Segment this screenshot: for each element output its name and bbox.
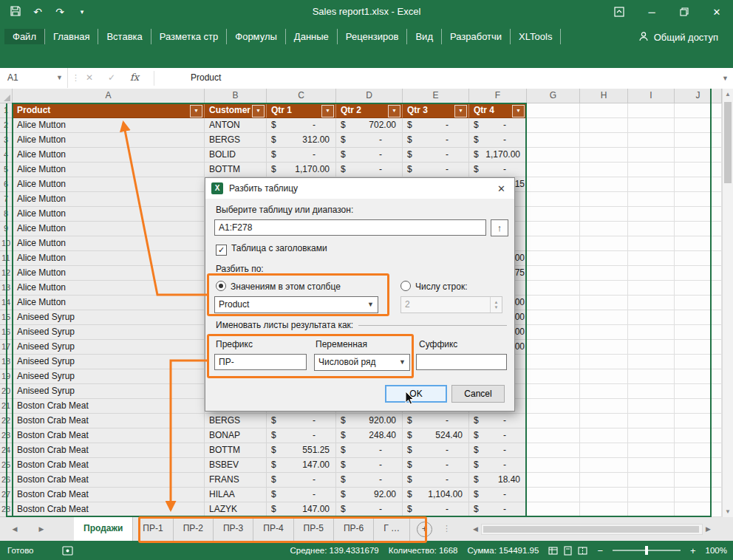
qtr-cell[interactable]: $- [469,443,527,458]
confirm-entry-icon[interactable]: ✓ [108,72,115,83]
empty-cell[interactable] [675,118,722,133]
empty-cell[interactable] [580,103,628,118]
empty-cell[interactable] [675,310,722,325]
qtr-cell[interactable]: $- [469,458,527,473]
qtr-cell[interactable]: $- [267,473,336,488]
empty-cell[interactable] [527,473,580,488]
empty-cell[interactable] [527,355,580,369]
product-cell[interactable]: Alice Mutton [13,236,205,251]
ribbon-tab-10[interactable]: XLTools [511,29,561,44]
table-header-cell[interactable]: Qtr 2▼ [336,103,403,118]
empty-cell[interactable] [675,296,722,310]
ribbon-tab-8[interactable]: Вид [407,29,442,44]
qtr-cell[interactable]: $- [469,414,527,428]
qtr-cell[interactable]: $- [267,118,336,133]
empty-cell[interactable] [675,207,722,222]
spinner-arrows-icon[interactable]: ▲▼ [490,297,502,313]
headers-checkbox-row[interactable]: ✓Таблица с заголовками [216,243,327,256]
sheet-tab-3[interactable]: ПР-2 [174,517,214,541]
empty-cell[interactable] [527,414,580,428]
column-header-C[interactable]: C [267,89,336,103]
qtr-cell[interactable]: $- [336,148,403,163]
empty-cell[interactable] [628,310,675,325]
insert-function-icon[interactable]: fx [130,72,139,83]
empty-cell[interactable] [527,502,580,517]
vertical-scroll-thumb[interactable] [724,102,732,183]
qtr-cell[interactable]: $- [336,163,403,177]
table-header-cell[interactable]: Qtr 4▼ [469,103,527,118]
product-cell[interactable]: Alice Mutton [13,222,205,236]
ribbon-display-options-icon[interactable] [603,0,635,24]
empty-cell[interactable] [628,222,675,236]
empty-cell[interactable] [675,266,722,281]
qtr-cell[interactable]: $- [469,118,527,133]
empty-cell[interactable] [527,163,580,177]
empty-cell[interactable] [580,414,628,428]
qtr-cell[interactable]: $- [469,488,527,502]
empty-cell[interactable] [580,458,628,473]
empty-cell[interactable] [527,192,580,207]
dialog-close-icon[interactable]: ✕ [497,183,505,194]
empty-cell[interactable] [628,355,675,369]
empty-cell[interactable] [675,355,722,369]
filter-icon[interactable]: ▼ [388,105,400,117]
column-header-G[interactable]: G [527,89,580,103]
empty-cell[interactable] [675,236,722,251]
ok-button[interactable]: OK [385,385,447,403]
qtr-cell[interactable]: $- [336,443,403,458]
zoom-slider-thumb[interactable] [645,546,648,555]
product-cell[interactable]: Alice Mutton [13,281,205,296]
qtr-cell[interactable]: $18.40 [469,473,527,488]
macro-record-icon[interactable] [62,546,73,556]
empty-cell[interactable] [675,384,722,399]
empty-cell[interactable] [628,163,675,177]
product-cell[interactable]: Alice Mutton [13,133,205,148]
empty-cell[interactable] [675,148,722,163]
empty-cell[interactable] [580,399,628,414]
qtr-cell[interactable]: $- [336,502,403,517]
empty-cell[interactable] [675,163,722,177]
empty-cell[interactable] [580,192,628,207]
empty-cell[interactable] [580,163,628,177]
ribbon-tab-2[interactable]: Главная [45,29,98,44]
empty-cell[interactable] [675,458,722,473]
empty-cell[interactable] [527,118,580,133]
empty-cell[interactable] [580,281,628,296]
qtr-cell[interactable]: $702.00 [336,118,403,133]
scroll-left-icon[interactable]: ◀ [470,525,481,533]
product-cell[interactable]: Aniseed Syrup [13,310,205,325]
qtr-cell[interactable]: $147.00 [267,458,336,473]
empty-cell[interactable] [675,502,722,517]
qtr-cell[interactable]: $- [469,428,527,443]
tab-splitter-handle[interactable]: ⋮ [443,517,451,541]
table-headers-checkbox[interactable]: ✓ [216,245,227,256]
product-cell[interactable]: Alice Mutton [13,163,205,177]
qtr-cell[interactable]: $1,170.00 [469,148,527,163]
empty-cell[interactable] [675,340,722,355]
ribbon-tab-7[interactable]: Рецензиров [338,29,408,44]
product-cell[interactable]: Alice Mutton [13,296,205,310]
qtr-cell[interactable]: $- [267,148,336,163]
customer-cell[interactable]: BOTTM [205,443,267,458]
qtr-cell[interactable]: $- [469,163,527,177]
empty-cell[interactable] [527,281,580,296]
customer-cell[interactable]: FRANS [205,473,267,488]
qtr-cell[interactable]: $- [403,473,469,488]
product-cell[interactable]: Aniseed Syrup [13,325,205,340]
empty-cell[interactable] [580,340,628,355]
cancel-entry-icon[interactable]: ✕ [86,72,93,83]
empty-cell[interactable] [527,369,580,384]
qtr-cell[interactable]: $248.40 [336,428,403,443]
empty-cell[interactable] [527,296,580,310]
product-cell[interactable]: Alice Mutton [13,192,205,207]
empty-cell[interactable] [628,103,675,118]
empty-cell[interactable] [675,192,722,207]
empty-cell[interactable] [628,369,675,384]
sheet-tab-8[interactable]: Г … [374,517,410,541]
share-button[interactable]: Общий доступ [631,29,726,46]
customer-cell[interactable]: ANTON [205,118,267,133]
qtr-cell[interactable]: $- [403,414,469,428]
column-header-J[interactable]: J [675,89,722,103]
empty-cell[interactable] [628,266,675,281]
product-cell[interactable]: Boston Crab Meat [13,458,205,473]
